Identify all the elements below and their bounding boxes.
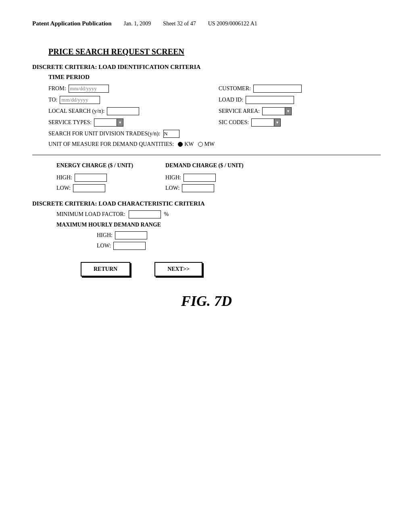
demand-charge-group: DEMAND CHARGE ($ / UNIT) HIGH: LOW: bbox=[165, 162, 244, 192]
customer-row: CUSTOMER: bbox=[219, 85, 381, 93]
time-period-label: TIME PERIOD bbox=[48, 74, 381, 81]
demand-charge-title: DEMAND CHARGE ($ / UNIT) bbox=[165, 162, 244, 169]
service-types-input[interactable] bbox=[94, 119, 117, 126]
service-area-dropdown-arrow[interactable]: ▼ bbox=[285, 108, 291, 115]
min-load-label: MINIMUM LOAD FACTOR: bbox=[56, 211, 125, 218]
energy-low-row: LOW: bbox=[56, 184, 133, 192]
demand-low-label: LOW: bbox=[165, 185, 179, 191]
max-high-input[interactable] bbox=[115, 231, 147, 239]
kw-radio-filled[interactable] bbox=[178, 142, 183, 147]
sic-codes-input[interactable] bbox=[252, 119, 274, 126]
min-load-input[interactable] bbox=[129, 210, 161, 218]
load-id-input[interactable] bbox=[246, 96, 294, 104]
min-load-row: MINIMUM LOAD FACTOR: % bbox=[56, 210, 381, 218]
kw-option[interactable]: KW bbox=[178, 141, 194, 148]
unit-division-label: SEARCH FOR UNIT DIVISION TRADES(y/n): bbox=[48, 131, 160, 137]
kw-label: KW bbox=[184, 141, 194, 148]
service-types-row: SERVICE TYPES: ▼ bbox=[48, 118, 211, 127]
max-low-label: LOW: bbox=[97, 243, 111, 249]
local-search-input[interactable] bbox=[107, 107, 139, 115]
unit-division-input[interactable] bbox=[164, 130, 173, 137]
buttons-row: RETURN NEXT>> bbox=[81, 262, 381, 276]
max-hourly-fields: HIGH: LOW: bbox=[97, 231, 381, 250]
to-input[interactable] bbox=[60, 96, 100, 104]
header-patent: US 2009/0006122 A1 bbox=[208, 21, 257, 27]
service-types-label: SERVICE TYPES: bbox=[48, 119, 92, 126]
next-button[interactable]: NEXT>> bbox=[154, 262, 202, 276]
horizontal-divider bbox=[32, 155, 381, 155]
load-id-label: LOAD ID: bbox=[219, 97, 243, 103]
demand-high-input[interactable] bbox=[184, 174, 216, 182]
max-hourly-label: MAXIMUM HOURLY DEMAND RANGE bbox=[56, 222, 381, 228]
unit-of-measure-label: UNIT OF MEASURE FOR DEMAND QUANTITIES: bbox=[48, 141, 174, 148]
mw-radio-empty[interactable] bbox=[198, 142, 203, 147]
max-low-row: LOW: bbox=[97, 242, 381, 250]
energy-high-input[interactable] bbox=[75, 174, 107, 182]
sic-codes-row: SIC CODES: ▼ bbox=[219, 118, 381, 127]
header-sheet: Sheet 32 of 47 bbox=[163, 21, 196, 27]
max-high-row: HIGH: bbox=[97, 231, 381, 239]
mw-option[interactable]: MW bbox=[198, 141, 215, 148]
header-date: Jan. 1, 2009 bbox=[124, 21, 151, 27]
screen-title: PRICE SEARCH REQUEST SCREEN bbox=[48, 47, 381, 56]
demand-low-row: LOW: bbox=[165, 184, 244, 192]
demand-high-label: HIGH: bbox=[165, 175, 181, 181]
from-row: FROM: bbox=[48, 85, 211, 93]
service-area-label: SERVICE AREA: bbox=[219, 108, 260, 114]
energy-charge-title: ENERGY CHARGE ($ / UNIT) bbox=[56, 162, 133, 169]
service-types-select[interactable]: ▼ bbox=[94, 118, 123, 127]
energy-low-input[interactable] bbox=[73, 184, 105, 192]
figure-label: FIG. 7D bbox=[32, 293, 381, 310]
service-types-dropdown-arrow[interactable]: ▼ bbox=[117, 119, 123, 126]
header-publication-title: Patent Application Publication bbox=[32, 20, 112, 27]
service-area-select[interactable]: ▼ bbox=[262, 107, 292, 115]
load-id-row: LOAD ID: bbox=[219, 96, 381, 104]
unit-division-select[interactable] bbox=[163, 130, 179, 138]
energy-high-label: HIGH: bbox=[56, 175, 72, 181]
page: Patent Application Publication Jan. 1, 2… bbox=[0, 0, 413, 532]
demand-high-row: HIGH: bbox=[165, 174, 244, 182]
sic-codes-dropdown-arrow[interactable]: ▼ bbox=[274, 119, 280, 126]
energy-high-row: HIGH: bbox=[56, 174, 133, 182]
to-label: TO: bbox=[48, 97, 57, 103]
header: Patent Application Publication Jan. 1, 2… bbox=[32, 20, 381, 27]
unit-of-measure-row: UNIT OF MEASURE FOR DEMAND QUANTITIES: K… bbox=[48, 141, 381, 148]
customer-input[interactable] bbox=[253, 85, 302, 93]
sic-codes-label: SIC CODES: bbox=[219, 119, 249, 126]
energy-low-label: LOW: bbox=[56, 185, 71, 191]
service-area-input[interactable] bbox=[263, 108, 285, 115]
percent-sign: % bbox=[164, 211, 169, 218]
form-area: FROM: CUSTOMER: TO: LOAD ID: LOCAL SEARC… bbox=[48, 85, 381, 148]
to-row: TO: bbox=[48, 96, 211, 104]
section2-label: DISCRETE CRITERIA: LOAD CHARACTERISTIC C… bbox=[32, 200, 381, 207]
return-button[interactable]: RETURN bbox=[81, 262, 130, 276]
from-label: FROM: bbox=[48, 85, 66, 92]
local-search-row: LOCAL SEARCH (y/n): bbox=[48, 107, 211, 115]
fields-grid: FROM: CUSTOMER: TO: LOAD ID: LOCAL SEARC… bbox=[48, 85, 381, 127]
from-input[interactable] bbox=[69, 85, 109, 93]
demand-low-input[interactable] bbox=[182, 184, 214, 192]
mw-label: MW bbox=[204, 141, 215, 148]
energy-charge-group: ENERGY CHARGE ($ / UNIT) HIGH: LOW: bbox=[56, 162, 133, 192]
max-high-label: HIGH: bbox=[97, 232, 113, 239]
charge-section: ENERGY CHARGE ($ / UNIT) HIGH: LOW: DEMA… bbox=[56, 162, 381, 192]
local-search-label: LOCAL SEARCH (y/n): bbox=[48, 108, 104, 114]
section1-label: DISCRETE CRITERIA: LOAD IDENTIFICATION C… bbox=[32, 64, 381, 71]
max-low-input[interactable] bbox=[113, 242, 146, 250]
customer-label: CUSTOMER: bbox=[219, 85, 251, 92]
service-area-row: SERVICE AREA: ▼ bbox=[219, 107, 381, 115]
unit-division-row: SEARCH FOR UNIT DIVISION TRADES(y/n): bbox=[48, 130, 381, 138]
sic-codes-select[interactable]: ▼ bbox=[251, 118, 281, 127]
